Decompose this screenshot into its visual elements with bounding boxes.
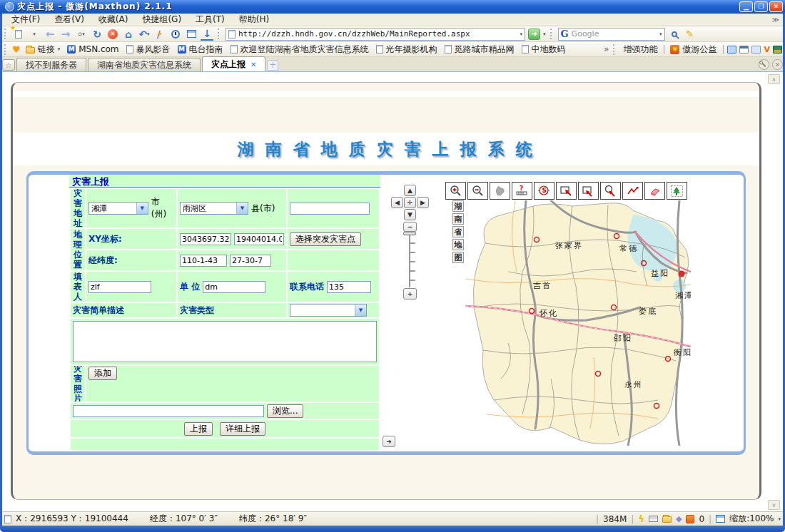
chevron-down-icon[interactable]: ▼ (355, 305, 366, 316)
printer-icon[interactable] (649, 516, 658, 522)
add-photo-button[interactable]: 添加 (88, 367, 117, 380)
zoom-in-icon[interactable] (445, 182, 466, 200)
treasure-chest-icon[interactable] (773, 46, 782, 53)
search-engine-dropdown-icon[interactable]: ▾ (659, 31, 662, 37)
frames-icon[interactable] (185, 28, 198, 41)
undo-icon[interactable]: ↶▾ (138, 28, 151, 41)
history-dropdown-icon[interactable]: ⊙▾ (75, 28, 88, 41)
chevron-down-icon[interactable]: ▼ (236, 203, 248, 214)
highlighter-icon[interactable]: ✎ (684, 28, 697, 41)
bookmark-msn[interactable]: MMSN.com (65, 44, 121, 54)
tab-server-not-found[interactable]: 找不到服务器 (16, 58, 86, 71)
full-extent-icon[interactable] (667, 182, 687, 200)
pan-center-button[interactable]: ✛ (404, 197, 416, 208)
search-grip[interactable] (550, 29, 554, 39)
bookmarks-grip[interactable] (4, 44, 8, 55)
page-tools-button[interactable] (759, 59, 769, 70)
address-dropdown-icon[interactable]: ▾ (520, 31, 522, 37)
notes-icon[interactable] (751, 46, 761, 53)
stop-icon[interactable]: ✕ (106, 28, 119, 41)
identify-icon[interactable] (600, 182, 621, 200)
zoom-level[interactable]: 缩放:100% (729, 513, 774, 525)
search-input[interactable]: Google (572, 29, 657, 39)
pick-disaster-point-button[interactable]: 选择突发灾害点 (290, 232, 361, 246)
search-icon[interactable] (668, 28, 681, 41)
scroll-up-icon[interactable]: ∧ (768, 74, 780, 84)
bookmarks-overflow-icon[interactable]: » (604, 44, 609, 54)
select-box-icon[interactable] (578, 182, 599, 200)
unit-input[interactable] (203, 281, 265, 293)
pan-left-button[interactable]: ◀ (391, 197, 403, 208)
zoom-box-icon[interactable] (556, 182, 577, 200)
diamond-icon[interactable]: ◆ (676, 514, 682, 523)
description-textarea[interactable] (73, 321, 377, 362)
zoom-in-step-button[interactable]: + (403, 288, 417, 300)
new-tab-button[interactable]: + (267, 60, 278, 71)
new-page-button[interactable]: ★ (12, 28, 25, 41)
close-icon[interactable]: ✕ (769, 1, 783, 12)
tab-hunan-geo-system[interactable]: 湖南省地质灾害信息系统 (88, 58, 201, 71)
bookmark-hunan-geo-system[interactable]: 欢迎登陆湖南省地质灾害信息系统 (228, 44, 371, 56)
pan-up-button[interactable]: ▲ (404, 185, 416, 196)
disaster-type-select[interactable]: ▼ (290, 304, 367, 317)
folder-icon[interactable] (662, 516, 672, 523)
bookmark-links-folder[interactable]: 链接▾ (24, 44, 63, 56)
download-icon[interactable]: ↓ (201, 28, 213, 41)
monitor-icon[interactable] (727, 46, 736, 53)
window-icon[interactable] (739, 46, 749, 53)
zoom-out-icon[interactable] (467, 182, 488, 200)
menu-tools[interactable]: 工具(T) (190, 14, 231, 26)
tab-list-button[interactable]: ☆ (2, 59, 15, 71)
history-clock-icon[interactable] (169, 28, 182, 41)
close-tab-button[interactable]: ✕ (772, 59, 783, 70)
draw-line-icon[interactable] (622, 182, 643, 200)
tab-close-icon[interactable]: ✕ (250, 61, 256, 68)
address-bar[interactable]: http://dzzh.hndh.gov.cn/dzzhWeb/MainRepo… (226, 28, 525, 41)
tab-disaster-report[interactable]: 灾点上报✕ (202, 56, 265, 71)
submit-button[interactable]: 上报 (184, 422, 213, 436)
eraser-icon[interactable] (644, 182, 665, 200)
addressbar-grip[interactable] (218, 29, 221, 39)
latitude-input[interactable] (230, 255, 271, 267)
home-icon[interactable]: ⌂ (122, 28, 135, 41)
menu-help[interactable]: 帮助(H) (233, 14, 275, 26)
zoom-out-step-button[interactable]: − (403, 222, 417, 232)
menu-view[interactable]: 查看(V) (49, 14, 90, 26)
popup-blocker-icon[interactable] (686, 515, 694, 523)
pan-icon[interactable] (490, 182, 510, 200)
new-page-dropdown-icon[interactable]: ▾ (28, 28, 41, 41)
toolbar-grip[interactable] (4, 29, 8, 39)
collapse-panel-button[interactable]: ➜ (383, 436, 395, 447)
menu-favorites[interactable]: 收藏(A) (93, 14, 134, 26)
back-icon[interactable]: ← (44, 28, 56, 41)
file-path-input[interactable] (73, 405, 264, 417)
bookmark-city-boutique[interactable]: 觅路城市精品网 (442, 44, 517, 56)
chevron-double-icon[interactable]: ≫ (772, 16, 779, 24)
bookmark-radio-guide[interactable]: M电台指南 (176, 44, 226, 56)
browse-button[interactable]: 浏览... (267, 404, 303, 418)
bookmark-photo-studio[interactable]: 光年摄影机构 (374, 44, 440, 56)
zoom-slider-handle[interactable] (403, 232, 416, 235)
maxthon-charity-button[interactable]: ♥傲游公益 (668, 44, 719, 56)
pan-right-button[interactable]: ▶ (417, 197, 429, 208)
hunan-map[interactable]: 张家界 常德 益阳 吉首 湘潭 娄底 怀化 邵阳 衡阳 永州 (465, 200, 691, 446)
reporter-name-input[interactable] (88, 281, 151, 293)
search-box[interactable]: G Google ▾ (558, 28, 665, 41)
maxthon-heart-icon[interactable]: ♥ (12, 44, 21, 55)
chevron-down-icon[interactable]: ▼ (136, 203, 148, 214)
go-dropdown-icon[interactable]: ▾ (543, 31, 546, 37)
scale-circle-icon[interactable]: S (534, 182, 554, 200)
zoom-window-icon[interactable] (716, 515, 725, 523)
lightning-icon[interactable]: ϟ (638, 513, 644, 524)
enhance-features-button[interactable]: 增强功能 (621, 44, 659, 56)
go-button[interactable]: ➜ (528, 29, 540, 40)
detail-submit-button[interactable]: 详细上报 (220, 422, 265, 436)
scroll-down-icon[interactable]: ∨ (768, 500, 780, 510)
longitude-input[interactable] (180, 255, 227, 267)
refresh-icon[interactable]: ↻ (91, 28, 103, 41)
county-select[interactable]: 雨湖区▼ (180, 202, 248, 215)
phone-input[interactable] (327, 281, 371, 293)
restore-icon[interactable]: ❐ (754, 1, 768, 12)
wand-icon[interactable]: ∕✦ (153, 28, 166, 41)
measure-distance-icon[interactable]: ? (512, 182, 532, 200)
